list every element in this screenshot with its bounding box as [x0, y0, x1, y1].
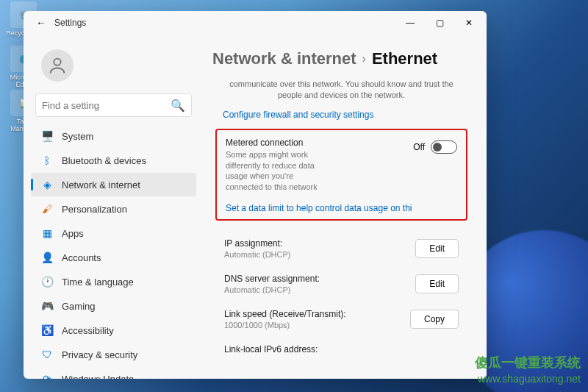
sidebar-item-apps[interactable]: ▦Apps — [31, 221, 196, 245]
sidebar-item-accounts[interactable]: 👤Accounts — [31, 246, 196, 269]
watermark-text: 傻瓜一键重装系统 — [475, 354, 581, 371]
sidebar-item-system[interactable]: 🖥️System — [31, 124, 196, 148]
accounts-icon: 👤 — [41, 252, 53, 263]
bluetooth-devices-icon: ᛒ — [41, 154, 53, 166]
sidebar-item-label: Time & language — [62, 277, 134, 288]
metered-toggle[interactable] — [431, 140, 457, 154]
setting-value: Automatic (DHCP) — [224, 285, 320, 294]
sidebar-item-label: Accessibility — [62, 325, 114, 336]
breadcrumb-parent[interactable]: Network & internet — [212, 49, 356, 68]
edit-button[interactable]: Edit — [415, 274, 459, 293]
sidebar-item-label: Bluetooth & devices — [62, 155, 146, 166]
time-language-icon: 🕐 — [41, 276, 53, 288]
network-internet-icon: ◈ — [41, 179, 53, 190]
metered-connection-box: Metered connection Some apps might work … — [215, 129, 467, 221]
sidebar-item-label: Personalization — [62, 204, 127, 215]
sidebar-item-accessibility[interactable]: ♿Accessibility — [31, 318, 196, 342]
sidebar-item-network-internet[interactable]: ◈Network & internet — [31, 173, 196, 196]
setting-title: IP assignment: — [224, 238, 290, 249]
maximize-button[interactable]: ▢ — [425, 11, 454, 35]
sidebar-item-label: Privacy & security — [62, 349, 137, 360]
search-icon: 🔍 — [171, 99, 185, 113]
setting-row: IP assignment:Automatic (DHCP)Edit — [208, 231, 475, 266]
setting-row: Link-local IPv6 address: — [208, 337, 475, 363]
user-avatar[interactable] — [41, 49, 74, 82]
gaming-icon: 🎮 — [41, 300, 53, 312]
sidebar-item-privacy-security[interactable]: 🛡Privacy & security — [31, 343, 196, 366]
apps-icon: ▦ — [41, 227, 53, 239]
privacy-security-icon: 🛡 — [41, 349, 53, 360]
breadcrumb-current: Ethernet — [372, 49, 437, 68]
window-title: Settings — [54, 18, 86, 28]
setting-row: Link speed (Receive/Transmit):1000/1000 … — [208, 302, 475, 337]
accessibility-icon: ♿ — [41, 324, 53, 336]
firewall-link[interactable]: Configure firewall and security settings — [208, 105, 475, 126]
setting-title: DNS server assignment: — [224, 274, 320, 284]
back-button[interactable]: ← — [34, 15, 49, 30]
search-box[interactable]: 🔍 — [35, 93, 192, 117]
close-button[interactable]: ✕ — [454, 11, 484, 35]
windows-update-icon: ⟳ — [41, 373, 53, 379]
metered-state: Off — [413, 142, 425, 152]
metered-title: Metered connection — [226, 138, 329, 148]
setting-title: Link speed (Receive/Transmit): — [224, 309, 346, 319]
chevron-right-icon: › — [362, 52, 366, 65]
network-notice: communicate over this network. You shoul… — [208, 79, 475, 105]
personalization-icon: 🖌 — [41, 203, 53, 215]
sidebar-item-personalization[interactable]: 🖌Personalization — [31, 197, 196, 221]
watermark-url: www.shaguaxitong.net — [478, 373, 581, 385]
system-icon: 🖥️ — [41, 130, 53, 142]
sidebar-item-time-language[interactable]: 🕐Time & language — [31, 270, 196, 293]
sidebar-item-label: Gaming — [62, 301, 96, 312]
person-icon — [47, 55, 68, 76]
sidebar-item-gaming[interactable]: 🎮Gaming — [31, 294, 196, 318]
main-pane: Network & internet › Ethernet communicat… — [204, 35, 487, 379]
svg-point-0 — [54, 59, 60, 65]
setting-value: 1000/1000 (Mbps) — [224, 321, 346, 329]
data-limit-link[interactable]: Set a data limit to help control data us… — [226, 203, 457, 213]
breadcrumb: Network & internet › Ethernet — [208, 49, 475, 68]
settings-window: ← Settings — ▢ ✕ 🔍 🖥️SystemᛒBluetooth & … — [24, 11, 487, 379]
titlebar: ← Settings — ▢ ✕ — [24, 11, 487, 35]
copy-button[interactable]: Copy — [410, 310, 459, 329]
sidebar-item-label: Windows Update — [62, 374, 134, 379]
minimize-button[interactable]: — — [395, 11, 425, 35]
setting-title: Link-local IPv6 address: — [224, 344, 318, 354]
metered-desc: Some apps might work differently to redu… — [226, 149, 329, 193]
setting-row: DNS server assignment:Automatic (DHCP)Ed… — [208, 266, 475, 302]
sidebar-item-label: Accounts — [62, 252, 101, 263]
search-input[interactable] — [42, 100, 171, 111]
sidebar-item-bluetooth-devices[interactable]: ᛒBluetooth & devices — [31, 149, 196, 172]
setting-value: Automatic (DHCP) — [224, 250, 290, 259]
edit-button[interactable]: Edit — [415, 239, 459, 258]
sidebar-item-label: Apps — [62, 228, 84, 239]
sidebar-item-label: System — [62, 131, 93, 142]
sidebar: 🔍 🖥️SystemᛒBluetooth & devices◈Network &… — [24, 35, 204, 379]
sidebar-item-label: Network & internet — [62, 179, 140, 190]
sidebar-item-windows-update[interactable]: ⟳Windows Update — [31, 367, 196, 379]
